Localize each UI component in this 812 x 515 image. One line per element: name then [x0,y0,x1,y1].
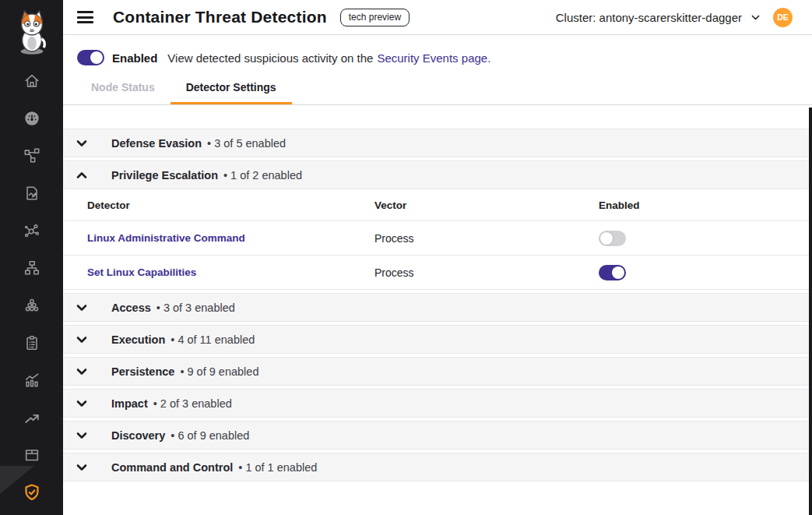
detector-link-set-linux-capabilities[interactable]: Set Linux Capabilities [87,266,374,278]
dashboard-gauge-icon [23,110,40,127]
toggle-knob [612,266,624,279]
status-row: Enabled View detected suspicious activit… [63,35,812,65]
column-header-enabled: Enabled [599,199,812,211]
category-summary: • 3 of 3 enabled [156,302,235,314]
enabled-toggle[interactable] [77,50,104,65]
category-row-access[interactable]: Access • 3 of 3 enabled [63,293,812,322]
detector-toggle-linux-administrative-command[interactable] [599,231,626,246]
detector-link-linux-administrative-command[interactable]: Linux Administrative Command [87,232,374,244]
detector-table: Detector Vector Enabled Linux Administra… [63,189,812,290]
sidebar-item-policy-report[interactable] [0,175,63,212]
category-row-discovery[interactable]: Discovery • 6 of 9 enabled [63,421,812,450]
sidebar-item-dashboard[interactable] [0,100,63,137]
table-row: Set Linux Capabilities Process [63,256,812,290]
chevron-down-icon [750,12,761,23]
category-row-execution[interactable]: Execution • 4 of 11 enabled [63,325,812,354]
vector-cell: Process [374,266,599,279]
avatar[interactable]: DE [773,8,793,27]
enabled-label: Enabled [112,51,157,65]
detector-settings-content: Defense Evasion • 3 of 5 enabled Privile… [63,105,812,481]
detector-table-header: Detector Vector Enabled [63,189,812,221]
category-name: Discovery [111,429,165,442]
category-row-impact[interactable]: Impact • 2 of 3 enabled [63,389,812,418]
chevron-down-icon [76,333,88,346]
cluster-selector-label: Cluster: antony-scarerskitter-dagger [556,11,742,24]
shield-check-icon [23,483,41,502]
sidebar-item-compliance[interactable] [0,324,63,362]
chevron-down-icon [76,397,88,410]
network-graph-icon [23,147,40,164]
home-icon [23,72,40,90]
analytics-chart-icon [23,372,40,389]
column-header-vector: Vector [374,199,599,211]
category-summary: • 1 of 1 enabled [238,461,317,474]
category-summary: • 1 of 2 enabled [223,169,302,182]
sidebar-item-analytics[interactable] [0,362,63,399]
category-row-persistence[interactable]: Persistence • 9 of 9 enabled [63,357,812,386]
service-connections-icon [23,222,40,239]
compliance-clipboard-icon [23,334,40,351]
cat-logo[interactable] [0,0,63,55]
category-row-command-and-control[interactable]: Command and Control • 1 of 1 enabled [63,453,812,481]
category-summary: • 3 of 5 enabled [207,137,286,150]
cluster-nodes-icon [23,297,40,314]
sidebar-item-network-graph[interactable] [0,137,63,175]
sidebar-item-home[interactable] [0,62,63,100]
tab-detector-settings[interactable]: Detector Settings [170,81,292,104]
sidebar-item-security-shield[interactable] [0,474,63,511]
detector-toggle-set-linux-capabilities[interactable] [599,265,626,280]
sidebar-item-service-connections[interactable] [0,212,63,249]
category-summary: • 6 of 9 enabled [170,429,249,442]
category-name: Execution [111,333,165,346]
hierarchy-icon [23,259,40,277]
policy-report-icon [23,185,40,202]
sub-header: Enabled View detected suspicious activit… [63,35,812,105]
category-name: Impact [111,397,148,410]
chevron-down-icon [76,302,88,314]
sidebar-nav [0,62,63,511]
category-summary: • 2 of 3 enabled [153,397,232,410]
status-description: View detected suspicious activity on the [167,51,373,65]
cat-logo-image [14,9,50,55]
toggle-knob [90,51,103,64]
category-name: Persistence [111,365,174,378]
table-row: Linux Administrative Command Process [63,221,812,256]
chevron-down-icon [76,461,88,474]
risk-trend-arrow-icon [23,409,40,426]
sidebar-item-cluster-nodes[interactable] [0,287,63,324]
chevron-down-icon [76,429,88,442]
category-name: Privilege Escalation [111,169,218,182]
hamburger-menu-icon[interactable] [77,5,93,30]
topbar-right: Cluster: antony-scarerskitter-dagger DE [556,8,793,27]
vector-cell: Process [374,232,599,245]
security-events-link[interactable]: Security Events page. [377,51,490,65]
main-panel: Container Threat Detection tech preview … [63,0,812,515]
page-title: Container Threat Detection [113,8,327,26]
category-name: Command and Control [111,461,233,474]
chevron-up-icon [76,169,88,182]
chevron-down-icon [76,365,88,378]
toggle-knob [600,232,613,245]
category-row-privilege-escalation[interactable]: Privilege Escalation • 1 of 2 enabled [63,160,812,189]
registry-box-icon [23,446,40,464]
tab-node-status[interactable]: Node Status [76,81,170,104]
tech-preview-badge: tech preview [340,9,410,26]
column-header-detector: Detector [87,199,374,211]
tab-bar: Node Status Detector Settings [63,81,812,104]
top-header: Container Threat Detection tech preview … [63,0,812,35]
sidebar-item-registry[interactable] [0,436,63,474]
cluster-selector[interactable]: Cluster: antony-scarerskitter-dagger [556,11,761,24]
chevron-down-icon [76,137,88,150]
sidebar [0,0,63,515]
scrollbar[interactable] [809,108,812,515]
category-name: Access [111,302,151,314]
sidebar-item-hierarchy[interactable] [0,249,63,287]
category-name: Defense Evasion [111,137,202,150]
category-summary: • 4 of 11 enabled [170,333,255,346]
sidebar-item-risk-trend[interactable] [0,399,63,436]
category-summary: • 9 of 9 enabled [180,365,258,378]
category-row-defense-evasion[interactable]: Defense Evasion • 3 of 5 enabled [63,129,812,157]
app-window: Container Threat Detection tech preview … [0,0,812,515]
